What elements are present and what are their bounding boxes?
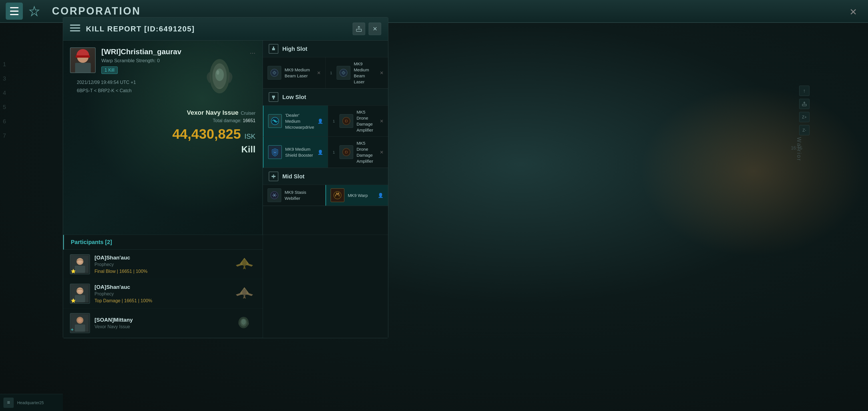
kill-report-panel: KILL REPORT [ID:6491205] ✕	[63, 17, 388, 338]
victim-timestamp: 2021/12/09 19:49:54 UTC +1	[77, 78, 249, 87]
beam-laser-count-2: 1	[330, 71, 332, 75]
high-slot-items: MK9 Medium Beam Laser ✕ 1	[263, 57, 388, 89]
participant-2-name: [OA]Shan'auc	[94, 284, 228, 290]
victim-kills-badge: 1 Kill	[101, 66, 118, 74]
slot-item: 1 MK9 Medium Beam Laser ✕	[326, 57, 388, 89]
drone-amp-name-1: MK5 Drone Damage Amplifier	[356, 109, 376, 133]
mid-slot-icon	[269, 171, 278, 181]
left-sidebar-numbers: 1 3 4 5 6 7	[3, 57, 6, 143]
participant-3-ship: Vexor Navy Issue	[94, 324, 228, 329]
drone-amp-count-2: 1	[333, 150, 335, 154]
shield-name: MK9 Medium Shield Booster	[285, 146, 314, 158]
participant-2-damage: 16651	[124, 298, 137, 303]
participant-3-ship-img	[233, 315, 256, 331]
participant-avatar-1: ⭐	[70, 254, 90, 274]
participant-1-role: Final Blow	[94, 269, 116, 274]
victim-info: [WRI]Christian_gaurav Warp Scramble Stre…	[63, 40, 262, 102]
mid-slot-svg-icon	[271, 173, 276, 179]
drone-amp-count-1: 1	[333, 119, 335, 123]
beam-laser-name-2: MK9 Medium Beam Laser	[354, 61, 376, 85]
svg-point-13	[274, 120, 276, 122]
mwd-person-icon: 👤	[317, 119, 323, 124]
participant-item: ⭐ [OA]Shan'auc Prophecy Final Blow | 166…	[63, 250, 263, 279]
participant-item-2: ⭐ [OA]Shan'auc Prophecy Top Damage | 166…	[63, 279, 263, 309]
export-icon	[356, 26, 362, 32]
total-damage-label: Total damage:	[213, 118, 242, 123]
scroll-controls: ↑ Z+ Z-	[799, 86, 809, 135]
panel-title: KILL REPORT [ID:6491205]	[86, 25, 195, 33]
beam-laser-name-1: MK9 Medium Beam Laser	[285, 67, 313, 79]
victim-name: [WRI]Christian_gaurav	[101, 48, 255, 56]
ship-type: Cruiser	[241, 111, 255, 116]
victim-top: [WRI]Christian_gaurav Warp Scramble Stre…	[70, 48, 255, 74]
high-slot-section: High Slot MK9 Medium Beam Laser	[263, 40, 388, 89]
participant-1-damage: 16651	[119, 269, 132, 274]
slot-item-stasis: MK9 Stasis Webifier	[263, 185, 326, 206]
mid-slot-section: Mid Slot MK9 Stasis Webifier	[263, 168, 388, 206]
headquarter-label: Headquarter25	[17, 401, 44, 405]
svg-point-32	[242, 289, 247, 296]
participant-avatar-3: +	[70, 313, 90, 333]
participant-1-stats: Final Blow | 16651 | 100%	[94, 269, 228, 274]
slots-bottom-spacer	[263, 234, 388, 338]
drone-amp-close-1[interactable]: ✕	[380, 119, 383, 124]
svg-rect-20	[273, 175, 274, 179]
svg-point-18	[345, 151, 347, 153]
svg-point-36	[78, 318, 82, 322]
slots-panel: High Slot MK9 Medium Beam Laser	[263, 40, 388, 234]
svg-rect-1	[356, 29, 362, 31]
corp-star-icon	[29, 5, 40, 17]
drone-amp-close-2[interactable]: ✕	[380, 150, 383, 155]
panel-header-right: ✕	[352, 23, 381, 35]
victim-avatar	[70, 48, 96, 73]
scroll-up-button[interactable]: ↑	[799, 86, 809, 96]
corp-title: CORPORATION	[52, 5, 141, 17]
participant-3-name: [SOAN]Mittany	[94, 317, 228, 323]
svg-rect-35	[75, 324, 85, 331]
stasis-name: MK9 Stasis Webifier	[285, 189, 321, 201]
panel-header: KILL REPORT [ID:6491205] ✕	[63, 18, 388, 40]
ship-info-block: Vexor Navy Issue Cruiser Total damage: 1…	[172, 109, 255, 155]
svg-rect-30	[75, 295, 85, 302]
participant-2-percent: 100%	[141, 298, 152, 303]
shield-person-icon: 👤	[317, 150, 323, 155]
warp-name: MK9 Warp	[348, 192, 374, 198]
slot-item: MK9 Medium Beam Laser ✕	[263, 57, 326, 89]
mwd-name: 'Dealer' Medium Microwarpdrive	[285, 112, 314, 130]
drone-amp-icon-2	[340, 145, 353, 159]
participant-1-ship-img	[233, 257, 256, 272]
panel-menu-button[interactable]	[70, 25, 80, 33]
export-button[interactable]	[352, 23, 365, 35]
beam-laser-close-2[interactable]: ✕	[380, 70, 383, 76]
svg-point-22	[334, 191, 341, 199]
warp-person-icon: 👤	[378, 193, 383, 198]
export-small-button[interactable]	[799, 99, 809, 109]
close-panel-button[interactable]: ✕	[369, 23, 381, 35]
slot-item-drone-amp-2: 1 MK5 Drone Damage Amplifier ✕	[328, 137, 388, 168]
participant-2-star: ⭐	[71, 298, 76, 303]
bottom-menu-icon[interactable]: ≡	[3, 398, 14, 408]
zoom-out-button[interactable]: Z-	[799, 125, 809, 135]
participant-1-percent: 100%	[135, 269, 147, 274]
svg-rect-6	[273, 46, 274, 48]
isk-value: 44,430,825	[172, 126, 241, 141]
participant-1-star: ⭐	[71, 269, 76, 274]
zoom-in-button[interactable]: Z+	[799, 112, 809, 122]
more-options-button[interactable]: ...	[250, 48, 255, 55]
svg-point-10	[342, 71, 345, 74]
svg-point-8	[273, 71, 276, 74]
slot-item-drone-amp-1: 1 MK5 Drone Damage Amplifier ✕	[328, 105, 388, 137]
beam-laser-close-1[interactable]: ✕	[317, 70, 321, 76]
participant-2-stats: Top Damage | 16651 | 100%	[94, 298, 228, 304]
menu-button[interactable]	[6, 3, 23, 20]
beam-laser-icon-1	[268, 66, 281, 80]
victim-meta: 2021/12/09 19:49:54 UTC +1 6BPS-T < BRP2…	[70, 78, 255, 95]
beam-laser-icon-2	[337, 66, 350, 80]
warp-icon	[331, 188, 344, 202]
participant-2-role: Top Damage	[94, 298, 121, 303]
close-app-button[interactable]: ✕	[847, 6, 860, 18]
victim-name-block: [WRI]Christian_gaurav Warp Scramble Stre…	[101, 48, 255, 74]
slot-item-shield: MK9 Medium Shield Booster 👤	[263, 137, 328, 168]
slot-item-mwd: 'Dealer' Medium Microwarpdrive 👤	[263, 105, 328, 137]
kill-label: Kill	[172, 144, 255, 155]
